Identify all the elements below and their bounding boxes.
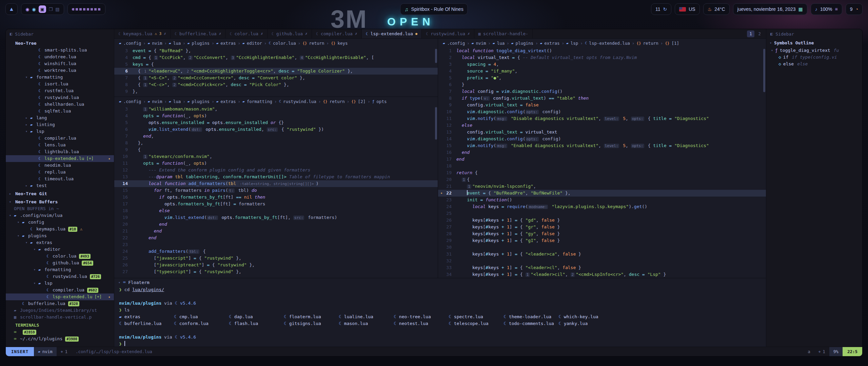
code-area[interactable]: 1local function toggle_diag_virtext() 2 … xyxy=(438,47,766,278)
tree-row[interactable]: ☾rustywind.lua#726 xyxy=(6,273,114,280)
breadcrumb-item[interactable]: [1] xyxy=(672,41,679,46)
breadcrumb-item[interactable]: nvim xyxy=(476,41,486,46)
scrollbar[interactable] xyxy=(435,49,437,63)
close-icon[interactable]: ✗ xyxy=(261,32,263,36)
code-area[interactable]: 3event = { "BufRead" }, 4cmd = { 1"CccPi… xyxy=(114,47,438,95)
scrollbar[interactable] xyxy=(763,49,765,92)
tree-row[interactable]: ▾▰extras xyxy=(6,239,114,246)
tree-row[interactable]: ☾timeout.lua xyxy=(6,176,114,182)
tree-row[interactable]: ▾▰.config/nvim/lua xyxy=(6,212,114,219)
breadcrumb-item[interactable]: extras xyxy=(220,41,236,46)
breadcrumb-item[interactable]: nvim xyxy=(152,99,162,104)
floaterm-body[interactable]: ❯ cd lua/plugins/ nvim/lua/plugins via ☾… xyxy=(114,286,766,347)
tab-color-lua[interactable]: ☾color.lua✗ xyxy=(225,29,267,38)
tree-row[interactable]: OPEN BUFFERS in ~ xyxy=(6,205,114,212)
tab-lsp-extended-lua[interactable]: ☾lsp-extended.lua● xyxy=(362,29,422,38)
breadcrumb-item[interactable]: [2] xyxy=(358,99,366,104)
workspace-icon-2[interactable]: ◉ xyxy=(32,7,36,12)
tabpage-2[interactable]: 2 xyxy=(756,30,763,37)
tab-keymaps-lua[interactable]: ☾keymaps.lua⚠ 3✗ xyxy=(114,29,171,38)
breadcrumb-item[interactable]: extras xyxy=(220,99,236,104)
scrollbar[interactable] xyxy=(435,107,437,140)
close-icon[interactable]: ✗ xyxy=(219,32,221,36)
close-icon[interactable]: ✗ xyxy=(468,32,470,36)
breadcrumb-item[interactable]: .config xyxy=(447,41,465,46)
tree-row[interactable]: ☾smart-splits.lua xyxy=(6,47,114,54)
tree-row[interactable]: ▾▰formatting xyxy=(6,266,114,273)
breadcrumb-item[interactable]: keys xyxy=(337,41,348,46)
breadcrumb-item[interactable]: nvim xyxy=(152,41,162,46)
tree-row[interactable]: ☾shellharden.lua xyxy=(6,101,114,108)
outline-header[interactable]: ▾ Symbols Outline xyxy=(766,39,862,47)
breadcrumb-item[interactable]: plugins xyxy=(515,41,533,46)
tree-row[interactable]: ▸▰test xyxy=(6,182,114,189)
tree-row[interactable]: ▾▰formatting xyxy=(6,74,114,81)
tree-row[interactable]: ☾rustywind.lua xyxy=(6,94,114,101)
outline-item-else[interactable]: ◇ else else xyxy=(766,60,862,67)
tree-section-header[interactable]: ▸Neo-Tree Git xyxy=(6,190,114,197)
tree-row[interactable]: ☾rustfmt.lua xyxy=(6,87,114,94)
breadcrumb-item[interactable]: .config xyxy=(123,41,141,46)
breadcrumb-item[interactable]: opts xyxy=(376,99,387,104)
tree-row[interactable]: ⌨~/.c/n/l/plugins#3980 xyxy=(6,336,114,342)
tree-row[interactable]: ☾lsp-extended.lu[+]✦ xyxy=(6,155,114,162)
breadcrumb-item[interactable]: lua xyxy=(173,99,181,104)
tree-row[interactable]: ▾▰config xyxy=(6,219,114,226)
tree-section-header[interactable]: ▾Neo-Tree Buffers xyxy=(6,199,114,205)
tree-row[interactable]: ☾lsp-extended.lu[+]✦ xyxy=(6,293,114,300)
outline-item-function[interactable]: ▾ ƒ toggle_diag_virtext fu xyxy=(766,47,862,54)
workspace-icon-5[interactable]: ▤ xyxy=(55,7,59,12)
tree-section-header[interactable]: TERMINALS xyxy=(6,322,114,329)
tree-row[interactable]: ▾▰plugins xyxy=(6,232,114,239)
breadcrumb-item[interactable]: formatting xyxy=(247,99,272,104)
music-widget[interactable]: ♫ Spiritbox - Rule Of Nines xyxy=(400,3,468,15)
tree-row[interactable]: ▰Juegos/Indies/SteamLibrary/st xyxy=(6,307,114,314)
breadcrumb-item[interactable]: return xyxy=(643,41,658,46)
breadcrumb-item[interactable]: lua xyxy=(173,41,181,46)
tree-row[interactable]: ☾color.lua#493 xyxy=(6,253,114,260)
tree-row[interactable]: ☾lightbulb.lua xyxy=(6,148,114,155)
tree-row[interactable]: ☾winshift.lua xyxy=(6,60,114,67)
code-area[interactable]: 3 1"williamboman/mason.nvim", 4 opts = f… xyxy=(114,106,438,275)
date-widget[interactable]: jueves, noviembre 16, 2023 ▦ xyxy=(733,3,807,15)
neotree-body[interactable]: Neo-Tree ☾smart-splits.lua ☾undotree.lua… xyxy=(6,39,114,347)
tree-row[interactable]: ☾keymaps.lua#10⚠ xyxy=(6,226,114,232)
breadcrumb-item[interactable]: return xyxy=(309,41,324,46)
breadcrumb-item[interactable]: color.lua xyxy=(273,41,296,46)
close-icon[interactable]: ✗ xyxy=(164,32,166,36)
workspace-icon-1[interactable]: ◉ xyxy=(25,7,29,12)
volume-widget[interactable]: ♪ 100% ≡ xyxy=(811,3,842,15)
tree-row[interactable]: ☾worktree.lua xyxy=(6,67,114,74)
tab-scrollbar-handle-[interactable]: ▦scrollbar-handle- xyxy=(474,29,533,38)
tree-row[interactable]: ▾▰editor xyxy=(6,246,114,253)
keyboard-layout-widget[interactable]: US xyxy=(675,3,699,15)
launcher-button[interactable]: ▲ xyxy=(5,3,18,15)
tab-compiler-lua[interactable]: ☾compiler.lua✗ xyxy=(312,29,362,38)
tree-row[interactable]: ▸▰lang xyxy=(6,115,114,121)
editor-pane-color-lua[interactable]: ▰.config›▰nvim›▰lua›▰plugins›▰extras›▰ed… xyxy=(114,39,438,97)
tree-row[interactable]: ☾compiler.lua xyxy=(6,135,114,142)
tab-github-lua[interactable]: ☾github.lua✗ xyxy=(268,29,312,38)
close-icon[interactable]: ✗ xyxy=(355,32,357,36)
workspace-icon-active[interactable]: ▣ xyxy=(39,5,46,13)
tree-row[interactable]: ☾lens.lua xyxy=(6,142,114,148)
outline-item-if[interactable]: ◇ if if type(config.vi xyxy=(766,54,862,60)
tree-row[interactable]: ☾repl.lua xyxy=(6,169,114,176)
tree-row[interactable]: ☾bufferline.lua#328 xyxy=(6,300,114,307)
breadcrumb-item[interactable]: editor xyxy=(247,41,262,46)
tree-row[interactable]: ☾isort.lua xyxy=(6,81,114,87)
tree-row[interactable]: ⌨#2859 xyxy=(6,329,114,336)
breadcrumb-item[interactable]: plugins xyxy=(192,41,210,46)
tree-row[interactable]: ☾neodim.lua xyxy=(6,162,114,169)
breadcrumb-item[interactable]: lsp-extended.lua xyxy=(589,41,630,46)
tree-row[interactable]: ▾▰lsp xyxy=(6,128,114,135)
updates-widget[interactable]: 11 ↻ xyxy=(651,3,671,15)
workspace-icon-4[interactable]: ❐ xyxy=(49,7,53,12)
breadcrumb-item[interactable]: return xyxy=(330,99,345,104)
chevron-down-icon[interactable]: ▾ xyxy=(118,281,120,284)
window-title-pill[interactable] xyxy=(67,3,105,15)
tab-bufferline-lua[interactable]: ☾bufferline.lua✗ xyxy=(171,29,225,38)
close-icon[interactable]: ✗ xyxy=(305,32,308,36)
tree-row[interactable]: ▸▰linting xyxy=(6,121,114,128)
tree-row[interactable]: ☾github.lua#654 xyxy=(6,260,114,266)
